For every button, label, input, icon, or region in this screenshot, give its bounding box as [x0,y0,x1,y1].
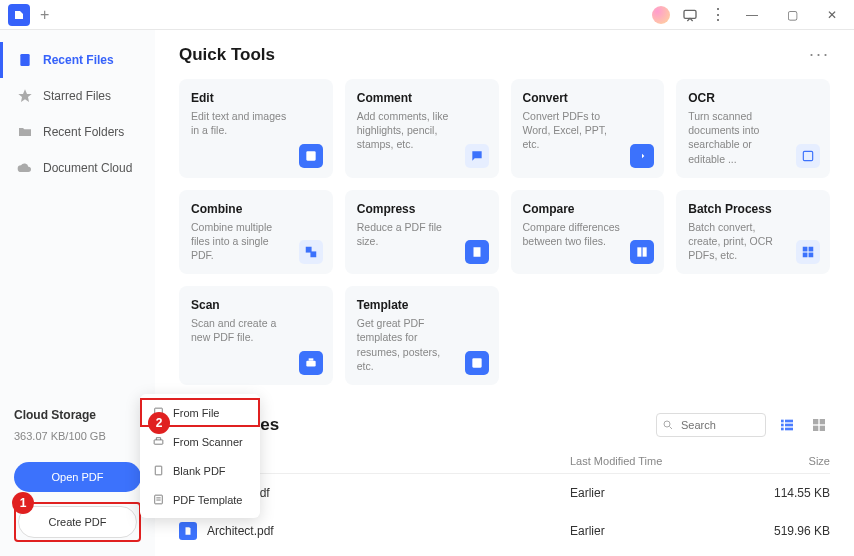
tool-desc: Scan and create a new PDF file. [191,316,321,344]
tool-ocr[interactable]: OCRTurn scanned documents into searchabl… [676,79,830,178]
svg-rect-19 [785,424,793,427]
tools-grid: EditEdit text and images in a file. Comm… [179,79,830,385]
batch-icon [796,240,820,264]
tool-title: Batch Process [688,202,818,216]
tool-comment[interactable]: CommentAdd comments, like highlights, pe… [345,79,499,178]
assistant-icon[interactable] [652,6,670,24]
tool-title: Scan [191,298,321,312]
template-icon [465,351,489,375]
open-pdf-button[interactable]: Open PDF [14,462,141,492]
tool-desc: Edit text and images in a file. [191,109,321,137]
tool-convert[interactable]: ConvertConvert PDFs to Word, Excel, PPT,… [511,79,665,178]
search-box [656,413,766,437]
sidebar-item-label: Recent Folders [43,125,124,139]
col-modified-header: Last Modified Time [570,455,750,467]
svg-rect-17 [785,420,793,423]
tool-title: OCR [688,91,818,105]
tool-compress[interactable]: CompressReduce a PDF file size. [345,190,499,275]
maximize-button[interactable]: ▢ [778,1,806,29]
tool-compare[interactable]: CompareCompare differences between two f… [511,190,665,275]
document-icon [17,52,33,68]
table-row[interactable]: Earlier 113.19 KB [179,550,830,556]
svg-rect-0 [684,10,696,18]
svg-rect-13 [308,358,313,360]
titlebar: + ⋮ — ▢ ✕ [0,0,854,30]
tool-title: Convert [523,91,653,105]
menu-item-label: Blank PDF [173,465,226,477]
menu-item-label: PDF Template [173,494,243,506]
svg-rect-5 [310,252,316,258]
more-icon[interactable]: ··· [809,44,830,65]
svg-rect-8 [803,247,808,252]
svg-rect-11 [809,253,814,258]
app-logo-icon[interactable] [8,4,30,26]
svg-rect-7 [643,248,647,257]
file-size: 519.96 KB [750,524,830,538]
sidebar-item-label: Starred Files [43,89,111,103]
menu-item-label: From File [173,407,219,419]
svg-rect-25 [820,426,825,431]
quick-tools-title: Quick Tools [179,45,275,65]
tool-edit[interactable]: EditEdit text and images in a file. [179,79,333,178]
svg-rect-2 [306,151,315,160]
scan-icon [299,351,323,375]
table-header: Name Last Modified Time Size [179,449,830,474]
tool-template[interactable]: TemplateGet great PDF templates for resu… [345,286,499,385]
menu-item-label: From Scanner [173,436,243,448]
svg-rect-27 [154,440,163,444]
svg-rect-3 [803,151,812,160]
comment-icon [465,144,489,168]
svg-rect-22 [813,419,818,424]
tool-title: Compress [357,202,487,216]
kebab-menu-icon[interactable]: ⋮ [710,7,726,23]
tool-title: Template [357,298,487,312]
tool-title: Edit [191,91,321,105]
star-icon [17,88,33,104]
tool-title: Combine [191,202,321,216]
minimize-button[interactable]: — [738,1,766,29]
tool-combine[interactable]: CombineCombine multiple files into a sin… [179,190,333,275]
grid-view-button[interactable] [808,414,830,436]
menu-item-blank-pdf[interactable]: Blank PDF [140,456,260,485]
table-row[interactable]: contract.pdf Earlier 114.55 KB [179,474,830,512]
cloud-icon [17,160,33,176]
file-name: Architect.pdf [207,524,274,538]
combine-icon [299,240,323,264]
file-modified: Earlier [570,486,750,500]
svg-rect-6 [638,248,642,257]
svg-rect-28 [155,466,162,475]
svg-point-15 [664,421,670,427]
new-tab-button[interactable]: + [40,6,49,24]
compress-icon [465,240,489,264]
list-view-button[interactable] [776,414,798,436]
ocr-icon [796,144,820,168]
file-modified: Earlier [570,524,750,538]
file-size: 114.55 KB [750,486,830,500]
sidebar-item-label: Document Cloud [43,161,132,175]
svg-rect-1 [20,54,29,66]
sidebar-item-starred-files[interactable]: Starred Files [0,78,155,114]
col-size-header: Size [750,455,830,467]
svg-rect-23 [820,419,825,424]
svg-rect-21 [785,428,793,431]
close-button[interactable]: ✕ [818,1,846,29]
svg-rect-10 [803,253,808,258]
tool-batch-process[interactable]: Batch ProcessBatch convert, create, prin… [676,190,830,275]
sidebar: Recent Files Starred Files Recent Folder… [0,30,155,556]
sidebar-item-recent-folders[interactable]: Recent Folders [0,114,155,150]
menu-item-pdf-template[interactable]: PDF Template [140,485,260,514]
sidebar-item-recent-files[interactable]: Recent Files [0,42,155,78]
svg-rect-12 [306,361,315,367]
svg-rect-18 [781,424,784,427]
svg-rect-29 [155,495,163,504]
create-pdf-button[interactable]: Create PDF [18,506,137,538]
cloud-storage-label: Cloud Storage [14,408,141,422]
annotation-badge-2: 2 [148,412,170,434]
chat-icon[interactable] [682,7,698,23]
table-row[interactable]: Architect.pdf Earlier 519.96 KB [179,512,830,550]
sidebar-item-document-cloud[interactable]: Document Cloud [0,150,155,186]
tool-title: Comment [357,91,487,105]
svg-rect-24 [813,426,818,431]
tool-scan[interactable]: ScanScan and create a new PDF file. [179,286,333,385]
svg-rect-20 [781,428,784,431]
